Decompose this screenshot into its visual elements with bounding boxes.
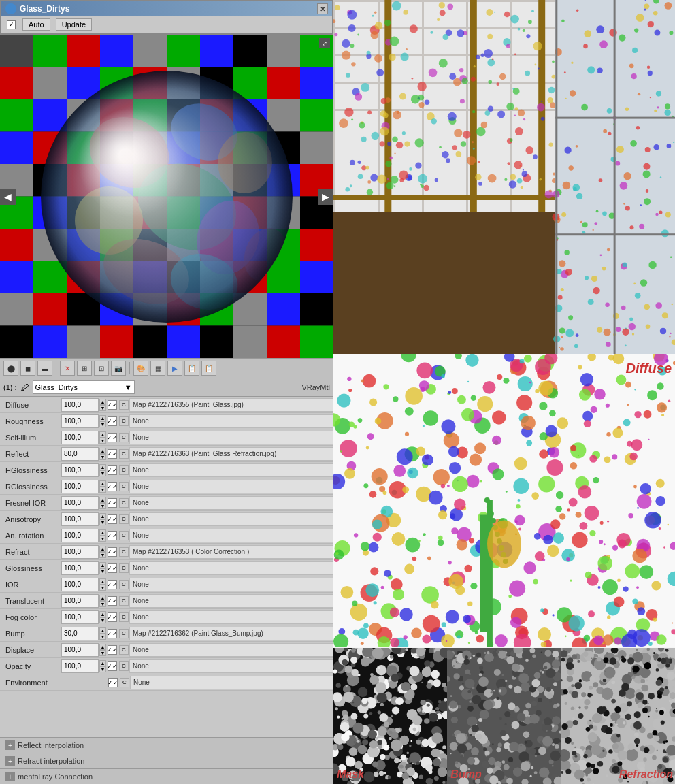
prop-spinner-up-14[interactable]: ▲ [99,627,106,634]
prop-value-1[interactable]: 100,0 [61,414,99,428]
prop-map-label-11[interactable]: None [129,578,333,591]
prop-spinner-up-2[interactable]: ▲ [99,431,106,438]
prop-spinner-up-3[interactable]: ▲ [99,448,106,454]
prop-check-3[interactable]: ✓ [108,449,117,459]
prop-map-btn-9[interactable]: C [119,547,129,557]
prop-map-btn-15[interactable]: C [119,645,129,655]
prop-value-12[interactable]: 100,0 [61,594,99,608]
prop-spinner-up-8[interactable]: ▲ [99,529,106,536]
prop-map-btn-17[interactable]: C [120,678,129,687]
prop-map-label-2[interactable]: None [129,431,333,444]
prop-spinner-up-4[interactable]: ▲ [99,464,106,470]
prop-spinner-up-15[interactable]: ▲ [99,644,106,650]
prop-value-14[interactable]: 30,0 [61,627,99,640]
toolbar-btn-select[interactable]: ⊞ [77,361,92,376]
close-button[interactable]: ✕ [317,3,328,14]
prop-spinner-0[interactable]: ▲ ▼ [99,399,106,411]
toolbar-btn-color[interactable]: 🎨 [133,361,148,376]
prop-value-16[interactable]: 100,0 [61,659,99,673]
prop-map-btn-4[interactable]: C [119,466,129,475]
prop-map-label-13[interactable]: None [129,610,333,624]
prop-check-11[interactable]: ✓ [108,580,117,589]
prop-value-7[interactable]: 100,0 [61,512,99,526]
prop-value-11[interactable]: 100,0 [61,578,99,591]
prop-spinner-1[interactable]: ▲ ▼ [99,415,106,427]
toolbar-btn-paste[interactable]: 📋 [201,361,216,376]
prop-map-label-9[interactable]: Map #2122716353 ( Color Correction ) [129,545,333,559]
nav-right-button[interactable]: ▶ [318,189,333,205]
prop-value-15[interactable]: 100,0 [61,643,99,657]
prop-spinner-up-13[interactable]: ▲ [99,611,106,617]
toolbar-btn-plane[interactable]: ▬ [37,361,52,376]
prop-spinner-down-12[interactable]: ▼ [99,601,106,607]
prop-spinner-up-16[interactable]: ▲ [99,660,106,666]
prop-spinner-down-13[interactable]: ▼ [99,617,106,623]
prop-spinner-down-7[interactable]: ▼ [99,519,106,525]
prop-spinner-down-8[interactable]: ▼ [99,536,106,542]
prop-spinner-down-0[interactable]: ▼ [99,405,106,411]
prop-map-label-3[interactable]: Map #2122716363 (Paint_Glass Refraction.… [129,447,333,461]
prop-map-btn-2[interactable]: C [119,433,129,442]
prop-spinner-down-10[interactable]: ▼ [99,568,106,574]
prop-map-label-15[interactable]: None [129,643,333,657]
prop-map-label-10[interactable]: None [129,561,333,575]
update-button[interactable]: Update [56,18,92,31]
prop-spinner-up-1[interactable]: ▲ [99,415,106,421]
prop-map-btn-1[interactable]: C [119,416,129,426]
prop-spinner-16[interactable]: ▲ ▼ [99,660,106,672]
prop-map-label-17[interactable]: None [130,676,333,689]
prop-spinner-15[interactable]: ▲ ▼ [99,644,106,656]
prop-spinner-11[interactable]: ▲ ▼ [99,578,106,591]
prop-spinner-down-16[interactable]: ▼ [99,666,106,672]
toolbar-btn-copy[interactable]: 📋 [184,361,199,376]
prop-spinner-down-1[interactable]: ▼ [99,421,106,427]
prop-check-8[interactable]: ✓ [108,531,117,540]
prop-map-btn-7[interactable]: C [119,514,129,524]
prop-check-15[interactable]: ✓ [108,645,117,655]
prop-map-label-14[interactable]: Map #2122716362 (Paint Glass_Bump.jpg) [129,627,333,640]
prop-map-btn-13[interactable]: C [119,612,129,622]
material-name-dropdown[interactable]: Glass_Dirtys ▼ [33,380,135,394]
prop-spinner-up-0[interactable]: ▲ [99,399,106,405]
toolbar-btn-settings[interactable]: ▦ [150,361,165,376]
toolbar-btn-cube[interactable]: ◼ [20,361,35,376]
prop-check-13[interactable]: ✓ [108,612,117,622]
prop-map-btn-0[interactable]: C [119,400,129,410]
toolbar-btn-camera[interactable]: 📷 [111,361,126,376]
prop-check-0[interactable]: ✓ [108,400,117,410]
prop-map-label-1[interactable]: None [129,414,333,428]
prop-map-btn-8[interactable]: C [119,531,129,540]
bottom-bar-1[interactable]: + Refract interpolation [0,753,333,768]
prop-spinner-down-2[interactable]: ▼ [99,438,106,444]
prop-spinner-down-6[interactable]: ▼ [99,503,106,509]
prop-map-label-0[interactable]: Map #2122716355 (Paint_Glass.jpg) [129,398,333,412]
prop-check-14[interactable]: ✓ [108,629,117,638]
prop-map-label-5[interactable]: None [129,480,333,493]
toolbar-btn-sphere[interactable]: ⬤ [3,361,18,376]
prop-value-4[interactable]: 100,0 [61,463,99,477]
prop-spinner-up-10[interactable]: ▲ [99,562,106,568]
prop-map-btn-16[interactable]: C [119,662,129,671]
toolbar-btn-play[interactable]: ▶ [167,361,182,376]
prop-spinner-down-9[interactable]: ▼ [99,552,106,558]
prop-spinner-6[interactable]: ▲ ▼ [99,497,106,509]
prop-spinner-9[interactable]: ▲ ▼ [99,546,106,558]
prop-spinner-2[interactable]: ▲ ▼ [99,431,106,444]
prop-check-4[interactable]: ✓ [108,466,117,475]
prop-check-6[interactable]: ✓ [108,498,117,508]
prop-map-btn-3[interactable]: C [119,449,129,459]
prop-map-label-7[interactable]: None [129,512,333,526]
prop-spinner-down-4[interactable]: ▼ [99,470,106,476]
auto-button[interactable]: Auto [22,18,50,31]
prop-map-btn-11[interactable]: C [119,580,129,589]
prop-value-2[interactable]: 100,0 [61,431,99,444]
prop-spinner-up-9[interactable]: ▲ [99,546,106,552]
prop-check-7[interactable]: ✓ [108,514,117,524]
prop-map-btn-6[interactable]: C [119,498,129,508]
prop-map-btn-5[interactable]: C [119,482,129,491]
prop-check-17[interactable]: ✓ [108,678,118,687]
prop-check-1[interactable]: ✓ [108,416,117,426]
prop-spinner-10[interactable]: ▲ ▼ [99,562,106,574]
prop-map-label-4[interactable]: None [129,463,333,477]
toolbar-btn-move[interactable]: ⊡ [94,361,109,376]
